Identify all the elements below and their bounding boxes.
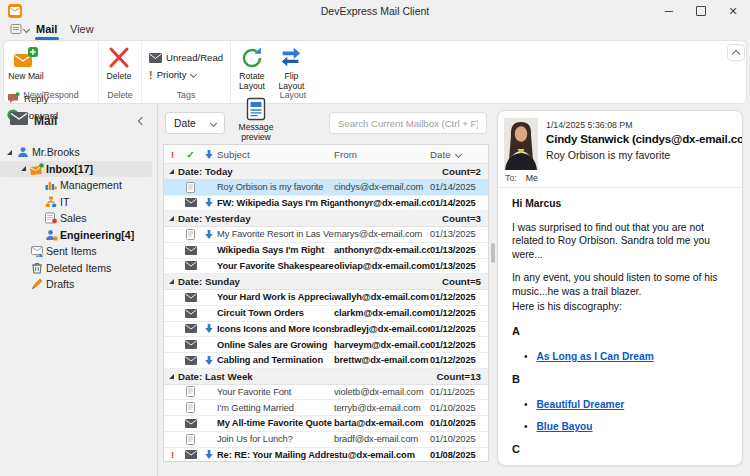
new-mail-button[interactable]: New Mail xyxy=(7,41,45,82)
arrow-down-icon xyxy=(200,324,217,333)
mail-row[interactable]: Your Favorite Fontvioletb@dx-email.com01… xyxy=(164,385,488,401)
mail-row[interactable]: Your Hard Work is Appreciatedwallyh@dx-e… xyxy=(164,290,488,306)
sender-avatar xyxy=(504,118,538,170)
from-column-header[interactable]: From xyxy=(334,149,430,160)
mail-date: 01/12/2025 xyxy=(430,355,488,365)
mail-row[interactable]: I'm Getting Marriedterryb@dx-email.com01… xyxy=(164,400,488,416)
delete-button[interactable]: Delete xyxy=(102,41,136,82)
search-input[interactable] xyxy=(329,112,487,134)
group-label: Date: Today xyxy=(178,166,233,177)
mail-row[interactable]: !Re: RE: Your Mailing Addressstu@dx-emai… xyxy=(164,448,488,463)
mail-row[interactable]: Join Us for Lunch?bradf@dx-email.com01/1… xyxy=(164,432,488,448)
expander-icon[interactable] xyxy=(4,149,15,156)
mail-group-header[interactable]: Date: SundayCount=5 xyxy=(164,274,488,290)
engineering-icon xyxy=(43,229,59,241)
maximize-button[interactable] xyxy=(692,2,710,20)
mail-row[interactable]: Roy Orbison is my favoritecindys@dx-emai… xyxy=(164,180,488,196)
song-link[interactable]: Blue Bayou xyxy=(537,420,593,433)
flip-layout-button[interactable]: Flip Layout xyxy=(274,41,308,92)
mail-row[interactable]: My All-time Favorite Quotebarta@dx-email… xyxy=(164,416,488,432)
mail-subject: I'm Getting Married xyxy=(217,403,334,413)
list-item: Blue Bayou xyxy=(524,420,730,433)
sidebar-item-sent-items[interactable]: Sent Items xyxy=(0,243,152,260)
discography-letter: C xyxy=(512,442,730,457)
mail-date: 01/12/2025 xyxy=(430,308,488,318)
close-button[interactable]: ✕ xyxy=(724,2,742,20)
unread-read-button[interactable]: Unread/Read xyxy=(149,49,223,66)
date-column-header[interactable]: Date xyxy=(430,149,488,160)
mail-from: terryb@dx-email.com xyxy=(334,403,430,413)
folder-label: Sent Items xyxy=(46,245,97,257)
group-count: Count=2 xyxy=(442,166,488,177)
mail-row[interactable]: Wikipedia Says I'm Rightanthonyr@dx-emai… xyxy=(164,243,488,259)
mail-row[interactable]: FW: Wikipedia Says I'm Rightanthonyr@dx-… xyxy=(164,196,488,212)
tab-view[interactable]: View xyxy=(70,23,94,35)
scrollbar-thumb[interactable] xyxy=(491,243,495,263)
new-mail-icon xyxy=(13,46,39,70)
mail-group-header[interactable]: Date: Last WeekCount=13 xyxy=(164,369,488,385)
sidebar-item-management[interactable]: Management xyxy=(0,177,152,194)
priority-button[interactable]: ! Priority xyxy=(149,66,223,83)
sidebar-item-inbox[interactable]: Inbox [17] xyxy=(0,161,152,178)
mail-date: 01/13/2025 xyxy=(430,229,488,239)
mail-row[interactable]: Circuit Town Ordersclarkm@dx-email.com01… xyxy=(164,306,488,322)
subject-column-header[interactable]: Subject xyxy=(217,149,334,160)
list-item: As Long as I Can Dream xyxy=(524,350,730,363)
mail-row[interactable]: My Favorite Resort in Las Vegasmarys@dx-… xyxy=(164,227,488,243)
group-by-dropdown[interactable]: Date xyxy=(165,112,225,134)
song-link[interactable]: Beautiful Dreamer xyxy=(537,398,625,411)
priority-column-icon[interactable]: ! xyxy=(164,149,181,160)
expander-icon[interactable] xyxy=(164,373,178,380)
group-label: Date: Yesterday xyxy=(178,213,251,224)
minimize-button[interactable] xyxy=(660,2,678,20)
envelope-icon xyxy=(181,419,200,428)
sidebar-item-sales[interactable]: Sales xyxy=(0,210,152,227)
drafts-icon xyxy=(29,278,45,290)
sidebar-item-mr-brooks[interactable]: Mr.Brooks xyxy=(0,144,152,161)
expander-icon[interactable] xyxy=(18,165,29,172)
reading-pane: 1/14/2025 5:36:08 PM Cindy Stanwick (cin… xyxy=(497,110,743,466)
mail-subject: Wikipedia Says I'm Right xyxy=(217,245,334,255)
note-icon xyxy=(181,402,200,413)
mail-row[interactable]: Cabling and Terminationbrettw@dx-email.c… xyxy=(164,353,488,369)
mail-row[interactable]: Icons Icons and More Iconsbradleyj@dx-em… xyxy=(164,322,488,338)
mail-from: clarkm@dx-email.com xyxy=(334,308,430,318)
sidebar-item-drafts[interactable]: Drafts xyxy=(0,276,152,293)
mail-from: bradleyj@dx-email.com xyxy=(334,324,430,334)
mail-from: barta@dx-email.com xyxy=(334,418,430,428)
expander-icon[interactable] xyxy=(164,215,178,222)
grid-body: Date: TodayCount=2Roy Orbison is my favo… xyxy=(164,164,488,462)
envelope-icon xyxy=(181,309,200,318)
read-column-icon[interactable]: ✓ xyxy=(181,149,200,160)
sidebar-item-it[interactable]: IT xyxy=(0,194,152,211)
tab-mail[interactable]: Mail xyxy=(36,23,57,35)
priority-icon: ! xyxy=(149,69,153,81)
rotate-layout-button[interactable]: Rotate Layout xyxy=(234,41,270,92)
sidebar-item-engineering[interactable]: Engineering [4] xyxy=(0,227,152,244)
quick-access-toolbar-button[interactable] xyxy=(10,23,29,35)
song-link[interactable]: As Long as I Can Dream xyxy=(537,350,654,363)
mail-group-header[interactable]: Date: TodayCount=2 xyxy=(164,164,488,180)
sidebar-title: Mail xyxy=(34,114,57,128)
folder-label: Deleted Items xyxy=(46,262,111,274)
mail-subject: My All-time Favorite Quote xyxy=(217,418,334,428)
title-bar: DevExpress Mail Client ✕ xyxy=(0,0,750,22)
sidebar-item-deleted-items[interactable]: Deleted Items xyxy=(0,260,152,277)
mail-from: oliviap@dx-email.com xyxy=(334,261,430,271)
expander-icon[interactable] xyxy=(164,168,178,175)
mail-group-header[interactable]: Date: YesterdayCount=3 xyxy=(164,211,488,227)
folder-label: IT xyxy=(60,196,69,208)
management-icon xyxy=(43,179,59,191)
mail-row[interactable]: Online Sales are Growingharveym@dx-email… xyxy=(164,337,488,353)
arrow-column-icon[interactable] xyxy=(200,150,217,159)
user-icon xyxy=(15,146,31,158)
mail-row[interactable]: Your Favorite Shakespeare Playoliviap@dx… xyxy=(164,259,488,275)
ribbon-collapse-button[interactable] xyxy=(727,44,745,61)
chevron-left-icon[interactable] xyxy=(138,117,146,125)
mail-from: anthonyr@dx-email.com xyxy=(334,245,430,255)
message-body: Hi Marcus I was surprised to find out th… xyxy=(498,187,742,465)
mail-from: brettw@dx-email.com xyxy=(334,355,430,365)
group-count: Count=3 xyxy=(442,213,488,224)
arrow-down-icon xyxy=(200,356,217,365)
expander-icon[interactable] xyxy=(164,278,178,285)
